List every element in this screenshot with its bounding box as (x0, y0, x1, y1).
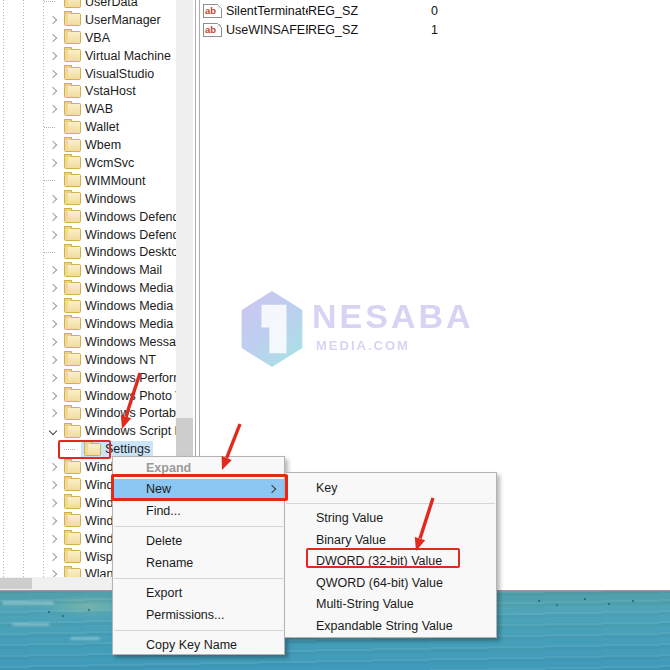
chevron-right-icon[interactable] (44, 393, 61, 399)
folder-icon (64, 0, 81, 8)
tree-item-windows-script-h[interactable]: Windows Script H (0, 422, 176, 440)
new-submenu-item-key[interactable]: Key (285, 477, 496, 499)
tree-item-body: Windows Media F (61, 298, 176, 314)
context-menu-item-delete[interactable]: Delete (113, 531, 284, 553)
tree-item-body: Windows Defend (61, 209, 176, 225)
chevron-right-icon[interactable] (44, 267, 61, 273)
tree-item-windows-messag[interactable]: Windows Messag (0, 333, 176, 351)
tree-item-label: Windows (85, 192, 136, 206)
chevron-right-icon[interactable] (44, 303, 61, 309)
tree-item-label: Windows Script H (85, 424, 176, 438)
folder-icon (64, 317, 81, 330)
tree-item-windows-media-d[interactable]: Windows Media D (0, 279, 176, 297)
chevron-right-icon[interactable] (44, 410, 61, 416)
context-menu-separator (113, 522, 284, 531)
context-menu-item-rename[interactable]: Rename (113, 552, 284, 574)
chevron-right-icon[interactable] (44, 160, 61, 166)
menu-item-label: Multi-String Value (316, 597, 414, 611)
chevron-right-icon[interactable] (44, 35, 61, 41)
context-menu-item-new[interactable]: New (113, 479, 284, 501)
tree-item-label: Virtual Machine (85, 49, 171, 63)
tree-item-body: Windows Defend (61, 227, 176, 243)
chevron-right-icon[interactable] (44, 321, 61, 327)
tree-item-windows-defend[interactable]: Windows Defend (0, 208, 176, 226)
folder-icon (64, 156, 81, 169)
tree-item-windows-defend[interactable]: Windows Defend (0, 226, 176, 244)
tree-item-wallet[interactable]: Wallet (0, 118, 176, 136)
chevron-right-icon[interactable] (44, 464, 61, 470)
tree-item-body: Windows Photo V (61, 388, 176, 404)
chevron-right-icon[interactable] (44, 88, 61, 94)
tree-item-virtual-machine[interactable]: Virtual Machine (0, 47, 176, 65)
tree-item-windows-mail[interactable]: Windows Mail (0, 261, 176, 279)
chevron-right-icon[interactable] (44, 196, 61, 202)
new-submenu-item-multi-string-value[interactable]: Multi-String Value (285, 594, 496, 616)
tree-item-label: VstaHost (85, 84, 136, 98)
tree-item-windows-portabl[interactable]: Windows Portabl (0, 404, 176, 422)
tree-item-windows[interactable]: Windows (0, 190, 176, 208)
tree-item-body: Wind (61, 459, 116, 475)
tree-item-vba[interactable]: VBA (0, 29, 176, 47)
tree-item-wimmount[interactable]: WIMMount (0, 172, 176, 190)
tree-item-body: Windows Mail (61, 262, 165, 278)
chevron-right-icon[interactable] (44, 357, 61, 363)
context-menu-item-find[interactable]: Find... (113, 500, 284, 522)
new-submenu-item-binary-value[interactable]: Binary Value (285, 529, 496, 551)
new-submenu-item-dword-32-bit-value[interactable]: DWORD (32-bit) Value (285, 551, 496, 573)
chevron-right-icon[interactable] (44, 482, 61, 488)
chevron-right-icon[interactable] (44, 214, 61, 220)
tree-item-body: Windows Messag (61, 334, 176, 350)
scrollbar-thumb[interactable] (0, 578, 32, 589)
tree-connector (44, 252, 55, 253)
whitecap (12, 623, 50, 626)
new-submenu-item-string-value[interactable]: String Value (285, 508, 496, 530)
whitecap (2, 601, 54, 605)
screenshot-root: UserDataUserManagerVBAVirtual MachineVis… (0, 0, 670, 670)
tree-item-body: VstaHost (61, 83, 139, 99)
tree-item-windows-media-p[interactable]: Windows Media P (0, 315, 176, 333)
tree-item-label: Windows Media P (85, 317, 176, 331)
chevron-right-icon[interactable] (44, 106, 61, 112)
value-name: UseWINSAFER (226, 23, 308, 37)
tree-item-windows-nt[interactable]: Windows NT (0, 351, 176, 369)
value-row-silentterminate[interactable]: abSilentTerminateREG_SZ0 (200, 1, 670, 20)
value-row-usewinsafer[interactable]: abUseWINSAFERREG_SZ1 (200, 20, 670, 39)
tree-item-userdata[interactable]: UserData (0, 0, 176, 11)
tree-item-wab[interactable]: WAB (0, 100, 176, 118)
tree-item-body: Wind (61, 477, 116, 493)
tree-item-windows-perform[interactable]: Windows Perform (0, 369, 176, 387)
chevron-down-icon[interactable] (44, 428, 61, 434)
tree-item-windows-media-f[interactable]: Windows Media F (0, 297, 176, 315)
chevron-right-icon[interactable] (44, 232, 61, 238)
chevron-right-icon[interactable] (44, 142, 61, 148)
tree-item-windows-desktop[interactable]: Windows Desktop (0, 243, 176, 261)
chevron-right-icon[interactable] (44, 339, 61, 345)
context-menu-item-expand[interactable]: Expand (113, 457, 284, 479)
tree-item-label: UserManager (85, 13, 161, 27)
chevron-right-icon[interactable] (44, 53, 61, 59)
tree-item-visualstudio[interactable]: VisualStudio (0, 65, 176, 83)
tree-item-body: Wind (61, 513, 116, 529)
watermark-title: NESABA (312, 297, 474, 335)
chevron-right-icon[interactable] (44, 554, 61, 560)
new-submenu-item-expandable-string-value[interactable]: Expandable String Value (285, 615, 496, 637)
context-menu-separator (113, 626, 284, 635)
chevron-right-icon[interactable] (44, 500, 61, 506)
chevron-right-icon[interactable] (44, 71, 61, 77)
tree-item-body: Virtual Machine (61, 48, 174, 64)
context-menu-item-export[interactable]: Export (113, 583, 284, 605)
chevron-right-icon[interactable] (44, 518, 61, 524)
context-menu-item-copy-key-name[interactable]: Copy Key Name (113, 635, 284, 657)
chevron-right-icon[interactable] (44, 17, 61, 23)
chevron-right-icon[interactable] (44, 536, 61, 542)
tree-item-wcmsvc[interactable]: WcmSvc (0, 154, 176, 172)
tree-item-vstahost[interactable]: VstaHost (0, 82, 176, 100)
tree-item-usermanager[interactable]: UserManager (0, 11, 176, 29)
tree-item-label: Wbem (85, 138, 121, 152)
chevron-right-icon[interactable] (44, 285, 61, 291)
tree-item-wbem[interactable]: Wbem (0, 136, 176, 154)
tree-item-windows-photo-v[interactable]: Windows Photo V (0, 387, 176, 405)
chevron-right-icon[interactable] (44, 375, 61, 381)
context-menu-item-permissions[interactable]: Permissions... (113, 604, 284, 626)
new-submenu-item-qword-64-bit-value[interactable]: QWORD (64-bit) Value (285, 572, 496, 594)
